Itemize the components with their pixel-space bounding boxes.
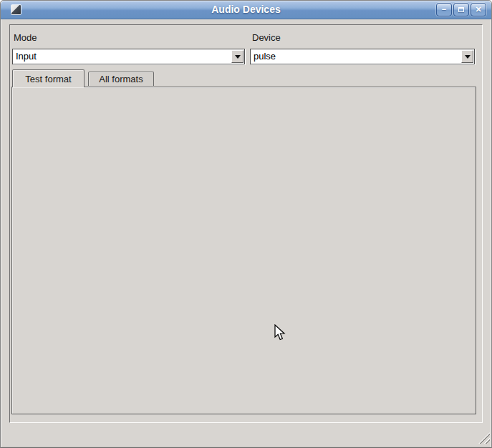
close-icon: ✕ [475,6,481,14]
mouse-cursor [274,324,286,341]
maximize-button[interactable] [453,3,469,16]
window-title: Audio Devices [1,4,491,15]
device-combobox[interactable]: pulse [250,49,475,64]
tab-label: Test format [25,74,71,84]
minimize-button[interactable]: − [436,3,452,16]
device-value: pulse [254,49,460,64]
tab-all-formats[interactable]: All formats [88,72,154,86]
tab-label: All formats [99,74,143,84]
minimize-icon: − [442,6,446,14]
mode-value: Input [16,49,230,64]
resize-grip[interactable] [478,432,490,444]
window-controls: − ✕ [436,3,486,16]
device-label: Device [252,32,281,43]
mode-label: Mode [14,32,37,43]
chevron-down-icon[interactable] [231,50,243,63]
mode-combobox[interactable]: Input [12,49,245,64]
audio-devices-window: Audio Devices − ✕ Mode Input Device puls… [0,0,492,448]
maximize-icon [458,7,464,12]
close-button[interactable]: ✕ [471,3,486,16]
test-format-panel [11,87,476,414]
tab-test-format[interactable]: Test format [12,69,85,87]
titlebar[interactable]: Audio Devices − ✕ [1,1,491,19]
chevron-down-icon[interactable] [461,50,473,63]
